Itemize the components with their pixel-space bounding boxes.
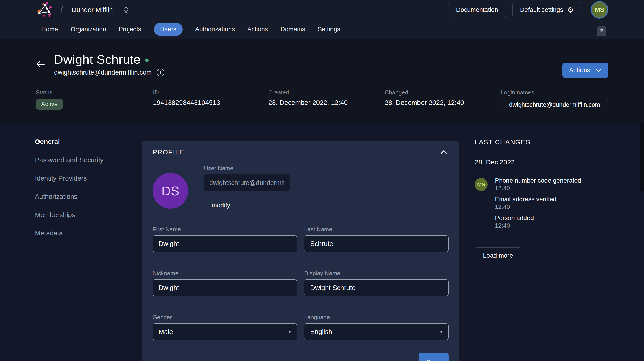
save-button[interactable]: Save — [418, 353, 448, 361]
scrollbar-thumb[interactable] — [640, 122, 644, 192]
user-meta-row: Status Active ID 194138298443104513 Crea… — [36, 89, 608, 111]
nickname-label: Nickname — [152, 270, 297, 277]
last-name-label: Last Name — [304, 226, 448, 233]
zitadel-logo[interactable] — [36, 1, 54, 19]
login-name-chip[interactable]: dwightschrute@dundermifflin.com — [501, 99, 608, 111]
org-name: Dunder Mifflin — [72, 6, 113, 14]
sidebar-item-authorizations[interactable]: Authorizations — [35, 193, 124, 200]
nav-item-users[interactable]: Users — [154, 23, 183, 36]
info-icon[interactable]: i — [157, 69, 164, 76]
sidebar-item-metadata[interactable]: Metadata — [35, 230, 124, 237]
language-value: English — [310, 328, 332, 336]
profile-avatar: DS — [152, 173, 188, 209]
documentation-button[interactable]: Documentation — [448, 2, 506, 17]
modify-button[interactable]: modify — [204, 197, 238, 213]
avatar-initials: MS — [595, 6, 604, 13]
content-area: General Password and Security Identity P… — [0, 124, 644, 361]
unfold-icon — [123, 6, 130, 14]
username-input[interactable] — [204, 174, 290, 191]
changes-date: 28. Dec 2022 — [475, 158, 617, 166]
user-sidebar: General Password and Security Identity P… — [35, 138, 124, 248]
last-name-input[interactable] — [304, 235, 448, 252]
editor-avatar-initials: MS — [477, 181, 485, 188]
logo-icon — [36, 1, 54, 19]
display-name-input[interactable] — [304, 280, 448, 296]
sidebar-item-password-security[interactable]: Password and Security — [35, 157, 124, 163]
online-status-dot — [145, 58, 149, 62]
help-button[interactable]: ? — [596, 26, 606, 36]
actions-button[interactable]: Actions — [562, 62, 608, 78]
back-button[interactable] — [36, 60, 46, 68]
org-switcher[interactable]: Dunder Mifflin — [72, 6, 130, 14]
nav-item-projects[interactable]: Projects — [118, 26, 141, 33]
back-arrow-icon — [36, 60, 46, 68]
editor-avatar: MS — [475, 178, 488, 191]
topbar: / Dunder Mifflin Documentation Default s… — [0, 0, 644, 20]
nav-item-organization[interactable]: Organization — [71, 26, 106, 33]
profile-form: First Name Last Name Nickname Display Na… — [152, 226, 448, 340]
first-name-input[interactable] — [152, 235, 297, 252]
event-title: Email address verified — [495, 195, 581, 203]
user-header: Dwight Schrute dwightschrute@dundermiffl… — [0, 39, 644, 124]
main-nav: Home Organization Projects Users Authori… — [0, 20, 644, 39]
user-email: dwightschrute@dundermifflin.com — [54, 69, 152, 76]
id-value: 194138298443104513 — [153, 99, 268, 106]
dropdown-arrow-icon: ▾ — [288, 329, 291, 335]
sidebar-item-memberships[interactable]: Memberships — [35, 212, 124, 218]
default-settings-label: Default settings — [520, 6, 563, 13]
profile-avatar-initials: DS — [162, 183, 180, 198]
nav-item-home[interactable]: Home — [41, 26, 58, 33]
event-title: Phone number code generated — [495, 177, 581, 184]
language-label: Language — [304, 314, 448, 321]
first-name-label: First Name — [152, 226, 297, 233]
profile-card: PROFILE DS User Name modify First Name — [142, 140, 459, 361]
sidebar-item-general[interactable]: General — [35, 138, 124, 145]
event-time: 12:40 — [495, 184, 581, 192]
status-label: Status — [36, 89, 153, 96]
status-badge: Active — [36, 99, 63, 110]
chevron-down-icon — [596, 68, 602, 72]
page-title: Dwight Schrute — [54, 52, 141, 66]
display-name-label: Display Name — [304, 270, 448, 277]
profile-section-title: PROFILE — [152, 148, 184, 156]
nav-item-authorizations[interactable]: Authorizations — [195, 26, 235, 33]
breadcrumb-slash: / — [60, 4, 63, 15]
nickname-input[interactable] — [152, 280, 297, 296]
created-label: Created — [268, 89, 384, 96]
nav-item-actions[interactable]: Actions — [247, 26, 268, 33]
last-changes-title: LAST CHANGES — [475, 138, 617, 146]
nav-item-domains[interactable]: Domains — [280, 26, 305, 33]
documentation-label: Documentation — [456, 6, 498, 13]
default-settings-button[interactable]: Default settings ⚙ — [512, 2, 582, 17]
change-event: Phone number code generated 12:40 — [495, 177, 581, 192]
chevron-up-icon — [440, 150, 447, 154]
sidebar-item-identity-providers[interactable]: Identity Providers — [35, 175, 124, 182]
gender-label: Gender — [152, 314, 297, 321]
nav-item-settings[interactable]: Settings — [318, 26, 340, 33]
change-event: Email address verified 12:40 — [495, 195, 581, 211]
gender-value: Male — [158, 328, 173, 336]
last-changes-panel: LAST CHANGES 28. Dec 2022 MS Phone numbe… — [475, 138, 617, 270]
login-names-label: Login names — [501, 89, 608, 96]
dropdown-arrow-icon: ▾ — [440, 329, 442, 335]
id-label: ID — [153, 89, 268, 96]
event-title: Person added — [495, 214, 581, 222]
changed-value: 28. December 2022, 12:40 — [384, 99, 501, 106]
event-time: 12:40 — [495, 203, 581, 211]
created-value: 28. December 2022, 12:40 — [268, 99, 384, 106]
gear-icon: ⚙ — [567, 6, 574, 14]
panel-divider — [475, 270, 617, 270]
user-avatar[interactable]: MS — [591, 1, 608, 18]
collapse-section-button[interactable] — [439, 149, 448, 156]
actions-label: Actions — [569, 66, 590, 74]
username-label: User Name — [204, 165, 290, 172]
language-select[interactable]: English ▾ — [304, 324, 448, 340]
changed-label: Changed — [384, 89, 501, 96]
change-event: Person added 12:40 — [495, 214, 581, 229]
load-more-button[interactable]: Load more — [475, 247, 521, 264]
event-time: 12:40 — [495, 222, 581, 229]
gender-select[interactable]: Male ▾ — [152, 324, 297, 340]
